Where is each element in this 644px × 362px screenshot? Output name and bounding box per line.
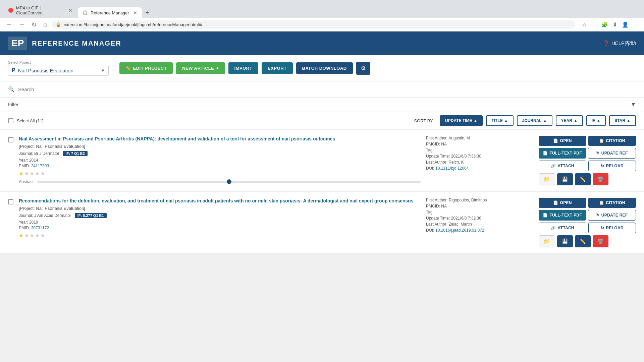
- action-row-2-4: 📁 💾 ✏️ 🗑️: [539, 235, 636, 247]
- article-list: Nail Assessment in Psoriasis and Psoriat…: [0, 130, 644, 254]
- tab-cloudconvert[interactable]: 🔴 MP4 to GIF | CloudConvert ✕: [3, 3, 77, 18]
- reload-button-2[interactable]: ↻ RELOAD: [588, 223, 636, 233]
- doi-link-2[interactable]: 10.1016/j.jaad.2019.01.072: [435, 228, 484, 233]
- new-article-button[interactable]: NEW ARTICLE +: [176, 62, 225, 74]
- tab-reference-manager[interactable]: 📋 Reference Manager ✕: [78, 7, 142, 18]
- address-bar[interactable]: 🔒 extension://bcicnjpnejheafaodjaejmokfj…: [52, 20, 575, 29]
- sort-title-button[interactable]: TITLE ▲: [486, 115, 513, 126]
- star-2-3[interactable]: ★: [30, 232, 34, 239]
- sort-update-time-button[interactable]: UPDATE TIME ▲: [440, 115, 483, 126]
- star-1-2[interactable]: ★: [24, 170, 29, 177]
- sort-journal-button[interactable]: JOURNAL ▲: [517, 115, 552, 126]
- full-text-pdf-button-2[interactable]: 📄 FULL-TEXT PDF: [539, 210, 586, 221]
- abstract-slider-1[interactable]: [37, 181, 421, 183]
- article-title-1[interactable]: Nail Assessment in Psoriasis and Psoriat…: [19, 136, 421, 142]
- article-pmid-1: PMID: 24117393: [19, 164, 49, 168]
- select-all-checkbox[interactable]: [8, 118, 13, 123]
- article-pmid-2: PMID: 30731172: [19, 226, 49, 230]
- star-2-1[interactable]: ★: [19, 232, 23, 239]
- sort-year-button[interactable]: YEAR ▲: [556, 115, 583, 126]
- link-icon-2: 🔗: [551, 226, 556, 230]
- toolbar-buttons: ✏️ EDIT PROJECT NEW ARTICLE + IMPORT EXP…: [119, 62, 370, 75]
- update-ref-button-2[interactable]: ↻ UPDATE REF: [588, 210, 636, 221]
- project-dropdown[interactable]: P Nail Psoriasis Evaluation ▼: [8, 65, 109, 76]
- sort-star-button[interactable]: STAR ▲: [609, 115, 636, 126]
- save-button-2[interactable]: 💾: [557, 235, 573, 247]
- citation-button-2[interactable]: 📋 CITATION: [588, 198, 636, 208]
- pmid-link-2[interactable]: 30731172: [31, 226, 49, 230]
- batch-download-button[interactable]: BATCH DOWNLOAD: [296, 62, 353, 74]
- star-1-5[interactable]: ★: [40, 170, 45, 177]
- tab-close-ref[interactable]: ✕: [133, 10, 137, 15]
- back-button[interactable]: ←: [4, 20, 14, 29]
- article-checkbox-2[interactable]: [8, 199, 13, 204]
- settings-gear-button[interactable]: ⚙: [356, 62, 370, 75]
- star-2-2[interactable]: ★: [24, 232, 29, 239]
- article-body-2: Recommendations for the definition, eval…: [19, 198, 421, 239]
- export-button[interactable]: EXPORT: [262, 62, 292, 74]
- doi-link-1[interactable]: 10.1111/bjd.12664: [435, 166, 469, 171]
- article-checkbox-1[interactable]: [8, 137, 13, 142]
- profile-icon[interactable]: 👤: [621, 20, 630, 29]
- help-circle-icon: ❓: [603, 40, 609, 46]
- help-label: HELP|帮助: [611, 40, 636, 47]
- article-year-row-2: Year: 2019: [19, 220, 421, 225]
- attach-button-2[interactable]: 🔗 ATTACH: [539, 223, 586, 233]
- update-ref-button-1[interactable]: ↻ UPDATE REF: [588, 148, 636, 159]
- list-item: Recommendations for the definition, eval…: [0, 192, 644, 254]
- star-1-1[interactable]: ★: [19, 170, 23, 177]
- extensions-icon[interactable]: 🧩: [600, 20, 609, 29]
- home-button[interactable]: ⌂: [41, 20, 49, 29]
- article-stars-2[interactable]: ★ ★ ★ ★ ★: [19, 232, 421, 239]
- help-button[interactable]: ❓ HELP|帮助: [603, 40, 636, 47]
- filter-bar[interactable]: Filter ▼: [0, 98, 644, 112]
- settings-icon[interactable]: ⋮: [632, 20, 640, 29]
- download-icon[interactable]: ⬇: [611, 20, 619, 29]
- sort-if-button[interactable]: IF ▲: [586, 115, 606, 126]
- folder-button-2[interactable]: 📁: [539, 235, 555, 247]
- reload-button-1[interactable]: ↻ RELOAD: [588, 161, 636, 171]
- reload-label-2: RELOAD: [606, 226, 623, 230]
- attach-button-1[interactable]: 🔗 ATTACH: [539, 161, 586, 171]
- star-2-4[interactable]: ★: [35, 232, 40, 239]
- logo-icon: EP: [8, 37, 27, 50]
- browser-menu-icon[interactable]: ⋮: [590, 20, 598, 29]
- article-journal-2: Journal: J Am Acad Dermatol: [19, 213, 71, 218]
- save-button-1[interactable]: 💾: [557, 173, 573, 185]
- new-tab-button[interactable]: +: [143, 8, 152, 18]
- article-stars-1[interactable]: ★ ★ ★ ★ ★: [19, 170, 421, 177]
- import-button[interactable]: IMPORT: [228, 62, 259, 74]
- star-1-4[interactable]: ★: [35, 170, 40, 177]
- filter-label: Filter: [8, 102, 631, 107]
- edit-button-2[interactable]: ✏️: [575, 235, 591, 247]
- bookmark-star-icon[interactable]: ☆: [581, 20, 588, 29]
- full-text-pdf-button-1[interactable]: 📄 FULL-TEXT PDF: [539, 148, 586, 159]
- edit-button-1[interactable]: ✏️: [575, 173, 591, 185]
- edit-project-button[interactable]: ✏️ EDIT PROJECT: [119, 62, 173, 74]
- search-input[interactable]: [18, 86, 636, 92]
- star-1-3[interactable]: ★: [30, 170, 34, 177]
- pmid-link-1[interactable]: 24117393: [31, 164, 49, 168]
- reload-button[interactable]: ↻: [30, 20, 39, 29]
- citation-button-1[interactable]: 📋 CITATION: [588, 136, 636, 146]
- delete-button-1[interactable]: 🗑️: [593, 173, 608, 185]
- article-first-author-1: First Author: Augustin, M: [426, 136, 533, 140]
- article-meta-right-1: First Author: Augustin, M PMCID: NA Tag:…: [426, 136, 533, 172]
- folder-button-1[interactable]: 📁: [539, 173, 555, 185]
- reload-label-1: RELOAD: [606, 164, 623, 168]
- tab-favicon-cloudconvert: 🔴: [8, 8, 13, 13]
- open-button-1[interactable]: 📄 OPEN: [539, 136, 586, 146]
- delete-button-2[interactable]: 🗑️: [593, 235, 608, 247]
- abstract-slider-thumb-1[interactable]: [227, 179, 231, 184]
- open-button-2[interactable]: 📄 OPEN: [539, 198, 586, 208]
- article-title-2[interactable]: Recommendations for the definition, eval…: [19, 198, 421, 204]
- sort-if-arrow: ▲: [596, 118, 600, 123]
- edit-project-label: EDIT PROJECT: [133, 66, 167, 71]
- star-2-5[interactable]: ★: [40, 232, 45, 239]
- sort-title-label: TITLE: [491, 118, 502, 123]
- forward-button[interactable]: →: [17, 20, 27, 29]
- project-bar: Select Project P Nail Psoriasis Evaluati…: [0, 55, 644, 81]
- filter-arrow-icon: ▼: [631, 102, 636, 108]
- app-title: REFERENCE MANAGER: [32, 40, 121, 47]
- tab-close-cloudconvert[interactable]: ✕: [68, 8, 72, 13]
